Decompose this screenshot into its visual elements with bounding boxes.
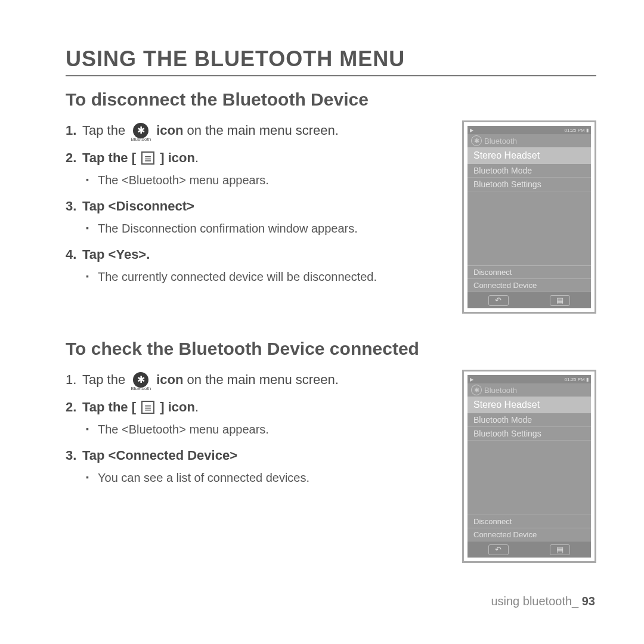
device-menu-row: Bluetooth Mode <box>467 413 591 427</box>
device-mockup: ▶01:25 PM ▮ ✱ Bluetooth Stereo Headset B… <box>462 120 596 314</box>
device-menu-row: Bluetooth Settings <box>467 178 591 191</box>
step: Tap <Disconnect> The Disconnection confi… <box>66 196 451 237</box>
step-sub: The <Bluetooth> menu appears. <box>82 171 451 189</box>
page-title: USING THE BLUETOOTH MENU <box>66 47 596 72</box>
device-mockup: ▶01:25 PM ▮ ✱ Bluetooth Stereo Headset B… <box>462 370 596 563</box>
step: Tap the [ ] icon. The <Bluetooth> menu a… <box>66 148 451 189</box>
step-text-bold: Tap <Disconnect> <box>82 199 194 213</box>
step: Tap the ✱ Bluetooth icon on the main men… <box>66 370 451 391</box>
device-highlight-row: Stereo Headset <box>467 397 591 413</box>
step-text: . <box>195 400 199 414</box>
step: Tap the ✱ Bluetooth icon on the main men… <box>66 120 451 142</box>
step-text-bold: Tap the <box>82 150 132 165</box>
device-menu-row: Bluetooth Mode <box>467 164 591 178</box>
device-menu-row: Disconnect <box>467 515 591 528</box>
step-sub: The currently connected device will be d… <box>82 268 451 286</box>
step: Tap <Yes>. The currently connected devic… <box>66 244 451 286</box>
back-icon: ↶ <box>488 295 509 306</box>
device-menu-row: Disconnect <box>467 265 591 278</box>
device-highlight-row: Stereo Headset <box>467 147 591 164</box>
bluetooth-icon: ✱ <box>471 385 482 395</box>
step-text-bold: Tap <Yes>. <box>82 247 150 262</box>
device-menu-row: Connected Device <box>467 528 591 541</box>
step-sub: You can see a list of connected devices. <box>82 469 451 487</box>
bluetooth-icon: ✱ <box>471 135 482 146</box>
section-2-heading: To check the Bluetooth Device connected <box>66 339 596 359</box>
back-icon: ↶ <box>488 544 509 555</box>
menu-icon: ▤ <box>550 295 570 306</box>
step-sub: The <Bluetooth> menu appears. <box>82 420 451 438</box>
step-text-bold: icon <box>156 123 183 138</box>
device-navbar: ↶ ▤ <box>467 541 591 558</box>
device-titlebar: ✱ Bluetooth <box>467 134 591 147</box>
step-text: Tap the <box>82 123 129 138</box>
device-statusbar: ▶01:25 PM ▮ <box>467 375 591 383</box>
title-rule <box>66 75 596 76</box>
device-menu-row: Connected Device <box>467 278 591 292</box>
bluetooth-icon: ✱ Bluetooth <box>131 120 151 142</box>
step-sub: The Disconnection confirmation window ap… <box>82 219 451 237</box>
step-text: on the main menu screen. <box>183 372 338 387</box>
page-footer: using bluetooth_ 93 <box>491 595 595 608</box>
step: Tap <Connected Device> You can see a lis… <box>66 445 451 487</box>
step: Tap the [ ] icon. The <Bluetooth> menu a… <box>66 397 451 438</box>
menu-icon <box>141 151 154 165</box>
step-text: on the main menu screen. <box>183 123 338 138</box>
section-1-heading: To disconnect the Bluetooth Device <box>66 89 596 110</box>
step-text: . <box>195 150 199 165</box>
step-text-bold: icon <box>156 372 183 387</box>
step-text: Tap the <box>82 372 129 387</box>
step-text-bold: Tap <Connected Device> <box>82 448 237 463</box>
device-statusbar: ▶01:25 PM ▮ <box>467 126 591 134</box>
device-navbar: ↶ ▤ <box>467 292 591 308</box>
step-text-bold: Tap the <box>82 400 132 414</box>
device-titlebar: ✱ Bluetooth <box>467 383 591 397</box>
menu-icon <box>141 401 154 414</box>
bluetooth-icon: ✱ Bluetooth <box>131 370 151 391</box>
menu-icon: ▤ <box>550 544 570 555</box>
device-menu-row: Bluetooth Settings <box>467 427 591 441</box>
